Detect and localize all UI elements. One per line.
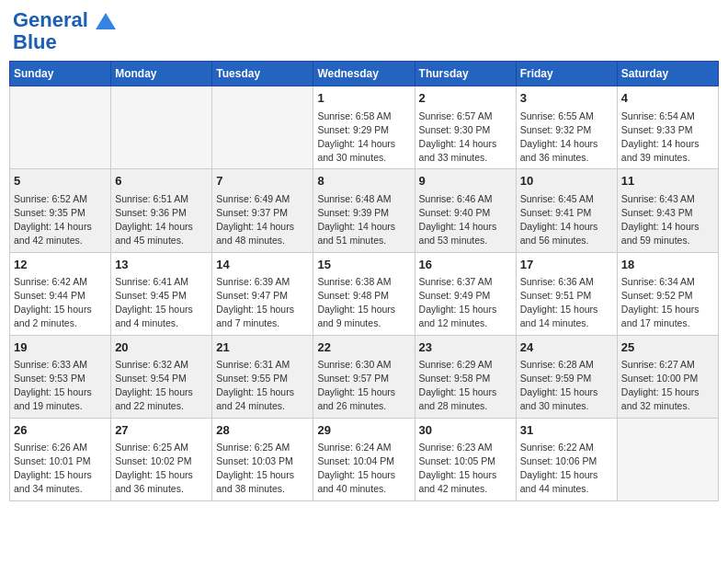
calendar-cell: 2Sunrise: 6:57 AM Sunset: 9:30 PM Daylig… <box>415 86 516 169</box>
day-number: 9 <box>419 173 512 190</box>
calendar-cell: 13Sunrise: 6:41 AM Sunset: 9:45 PM Dayli… <box>111 252 212 335</box>
day-info: Sunrise: 6:33 AM Sunset: 9:53 PM Dayligh… <box>14 358 107 414</box>
day-info: Sunrise: 6:24 AM Sunset: 10:04 PM Daylig… <box>317 441 410 497</box>
calendar-cell: 10Sunrise: 6:45 AM Sunset: 9:41 PM Dayli… <box>516 169 617 252</box>
day-number: 13 <box>115 257 208 273</box>
day-number: 26 <box>14 422 107 439</box>
calendar-cell: 31Sunrise: 6:22 AM Sunset: 10:06 PM Dayl… <box>516 418 617 500</box>
day-number: 21 <box>216 339 309 356</box>
calendar-cell: 29Sunrise: 6:24 AM Sunset: 10:04 PM Dayl… <box>313 418 415 500</box>
logo-blue-text: Blue <box>13 31 57 53</box>
calendar-cell: 20Sunrise: 6:32 AM Sunset: 9:54 PM Dayli… <box>111 335 212 418</box>
day-info: Sunrise: 6:25 AM Sunset: 10:02 PM Daylig… <box>115 441 208 497</box>
calendar-cell: 30Sunrise: 6:23 AM Sunset: 10:05 PM Dayl… <box>415 418 516 500</box>
day-number: 8 <box>317 173 410 190</box>
day-info: Sunrise: 6:51 AM Sunset: 9:36 PM Dayligh… <box>115 192 208 248</box>
calendar-cell <box>617 418 718 500</box>
calendar-cell: 25Sunrise: 6:27 AM Sunset: 10:00 PM Dayl… <box>617 335 718 418</box>
day-number: 14 <box>216 257 309 273</box>
calendar-cell <box>212 86 313 169</box>
day-number: 10 <box>520 173 613 190</box>
calendar-cell <box>10 86 111 169</box>
day-info: Sunrise: 6:29 AM Sunset: 9:58 PM Dayligh… <box>419 358 512 414</box>
calendar-week-row: 12Sunrise: 6:42 AM Sunset: 9:44 PM Dayli… <box>10 252 719 335</box>
calendar-week-row: 26Sunrise: 6:26 AM Sunset: 10:01 PM Dayl… <box>10 418 719 500</box>
day-number: 24 <box>520 339 613 356</box>
logo-triangle-icon <box>96 11 116 31</box>
calendar-cell: 5Sunrise: 6:52 AM Sunset: 9:35 PM Daylig… <box>10 169 111 252</box>
calendar-cell: 28Sunrise: 6:25 AM Sunset: 10:03 PM Dayl… <box>212 418 313 500</box>
day-number: 23 <box>419 339 512 356</box>
day-number: 19 <box>14 339 107 356</box>
day-info: Sunrise: 6:26 AM Sunset: 10:01 PM Daylig… <box>14 441 107 497</box>
calendar-header-thursday: Thursday <box>415 62 516 86</box>
day-info: Sunrise: 6:37 AM Sunset: 9:49 PM Dayligh… <box>419 275 512 331</box>
calendar-header-monday: Monday <box>111 62 212 86</box>
calendar-cell: 18Sunrise: 6:34 AM Sunset: 9:52 PM Dayli… <box>617 252 718 335</box>
day-info: Sunrise: 6:57 AM Sunset: 9:30 PM Dayligh… <box>419 109 512 166</box>
calendar-cell: 22Sunrise: 6:30 AM Sunset: 9:57 PM Dayli… <box>313 335 415 418</box>
calendar-header-friday: Friday <box>516 62 617 86</box>
day-info: Sunrise: 6:28 AM Sunset: 9:59 PM Dayligh… <box>520 358 613 414</box>
day-number: 2 <box>419 90 512 107</box>
calendar-cell: 6Sunrise: 6:51 AM Sunset: 9:36 PM Daylig… <box>111 169 212 252</box>
day-info: Sunrise: 6:55 AM Sunset: 9:32 PM Dayligh… <box>520 109 613 166</box>
day-number: 16 <box>419 257 512 273</box>
day-info: Sunrise: 6:52 AM Sunset: 9:35 PM Dayligh… <box>14 192 107 248</box>
day-info: Sunrise: 6:45 AM Sunset: 9:41 PM Dayligh… <box>520 192 613 248</box>
calendar-cell: 24Sunrise: 6:28 AM Sunset: 9:59 PM Dayli… <box>516 335 617 418</box>
calendar-header-row: SundayMondayTuesdayWednesdayThursdayFrid… <box>10 62 719 86</box>
day-info: Sunrise: 6:46 AM Sunset: 9:40 PM Dayligh… <box>419 192 512 248</box>
day-number: 18 <box>621 257 714 273</box>
day-info: Sunrise: 6:31 AM Sunset: 9:55 PM Dayligh… <box>216 358 309 414</box>
calendar-cell: 1Sunrise: 6:58 AM Sunset: 9:29 PM Daylig… <box>313 86 415 169</box>
day-info: Sunrise: 6:43 AM Sunset: 9:43 PM Dayligh… <box>621 192 714 248</box>
calendar-header-wednesday: Wednesday <box>313 62 415 86</box>
calendar-cell: 14Sunrise: 6:39 AM Sunset: 9:47 PM Dayli… <box>212 252 313 335</box>
day-number: 1 <box>317 90 410 107</box>
day-info: Sunrise: 6:54 AM Sunset: 9:33 PM Dayligh… <box>621 109 714 166</box>
day-info: Sunrise: 6:34 AM Sunset: 9:52 PM Dayligh… <box>621 275 714 331</box>
day-number: 12 <box>14 257 107 273</box>
calendar-cell: 11Sunrise: 6:43 AM Sunset: 9:43 PM Dayli… <box>617 169 718 252</box>
day-number: 17 <box>520 257 613 273</box>
day-info: Sunrise: 6:30 AM Sunset: 9:57 PM Dayligh… <box>317 358 410 414</box>
day-number: 4 <box>621 90 714 107</box>
day-number: 7 <box>216 173 309 190</box>
calendar-cell: 21Sunrise: 6:31 AM Sunset: 9:55 PM Dayli… <box>212 335 313 418</box>
calendar-header-sunday: Sunday <box>10 62 111 86</box>
day-number: 29 <box>317 422 410 439</box>
day-info: Sunrise: 6:36 AM Sunset: 9:51 PM Dayligh… <box>520 275 613 331</box>
svg-marker-0 <box>96 13 116 29</box>
calendar-cell: 26Sunrise: 6:26 AM Sunset: 10:01 PM Dayl… <box>10 418 111 500</box>
day-number: 28 <box>216 422 309 439</box>
calendar-cell <box>111 86 212 169</box>
day-info: Sunrise: 6:48 AM Sunset: 9:39 PM Dayligh… <box>317 192 410 248</box>
calendar-cell: 3Sunrise: 6:55 AM Sunset: 9:32 PM Daylig… <box>516 86 617 169</box>
calendar-cell: 23Sunrise: 6:29 AM Sunset: 9:58 PM Dayli… <box>415 335 516 418</box>
day-number: 3 <box>520 90 613 107</box>
calendar-week-row: 5Sunrise: 6:52 AM Sunset: 9:35 PM Daylig… <box>10 169 719 252</box>
day-info: Sunrise: 6:22 AM Sunset: 10:06 PM Daylig… <box>520 441 613 497</box>
day-number: 15 <box>317 257 410 273</box>
day-number: 27 <box>115 422 208 439</box>
logo-text: General <box>13 9 116 31</box>
calendar-cell: 17Sunrise: 6:36 AM Sunset: 9:51 PM Dayli… <box>516 252 617 335</box>
calendar-cell: 19Sunrise: 6:33 AM Sunset: 9:53 PM Dayli… <box>10 335 111 418</box>
logo: General Blue <box>13 9 116 53</box>
day-number: 5 <box>14 173 107 190</box>
calendar-week-row: 1Sunrise: 6:58 AM Sunset: 9:29 PM Daylig… <box>10 86 719 169</box>
calendar-cell: 8Sunrise: 6:48 AM Sunset: 9:39 PM Daylig… <box>313 169 415 252</box>
day-info: Sunrise: 6:41 AM Sunset: 9:45 PM Dayligh… <box>115 275 208 331</box>
day-number: 6 <box>115 173 208 190</box>
calendar-header-tuesday: Tuesday <box>212 62 313 86</box>
day-info: Sunrise: 6:23 AM Sunset: 10:05 PM Daylig… <box>419 441 512 497</box>
day-number: 22 <box>317 339 410 356</box>
day-info: Sunrise: 6:58 AM Sunset: 9:29 PM Dayligh… <box>317 109 410 166</box>
day-number: 25 <box>621 339 714 356</box>
calendar-cell: 4Sunrise: 6:54 AM Sunset: 9:33 PM Daylig… <box>617 86 718 169</box>
page-header: General Blue <box>9 9 719 53</box>
day-info: Sunrise: 6:49 AM Sunset: 9:37 PM Dayligh… <box>216 192 309 248</box>
day-number: 31 <box>520 422 613 439</box>
day-number: 20 <box>115 339 208 356</box>
